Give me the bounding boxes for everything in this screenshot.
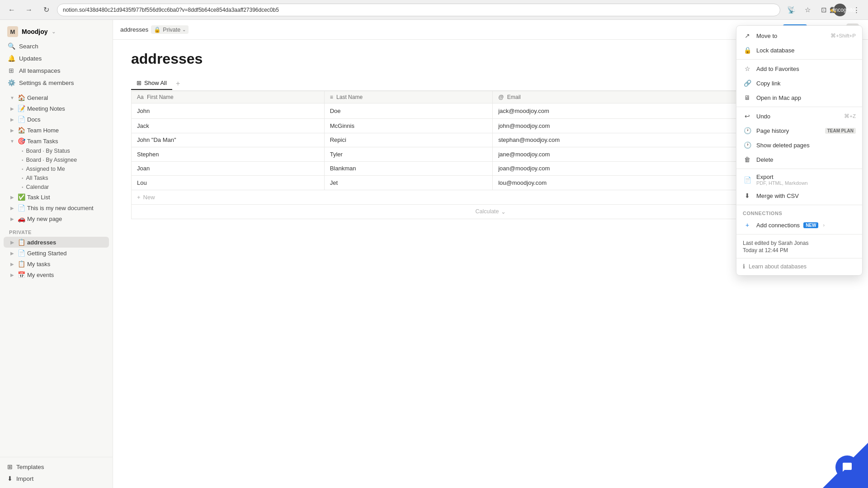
cell-email-1: john@moodjoy.com — [493, 119, 771, 133]
sidebar-item-team-tasks[interactable]: ▼ 🎯 Team Tasks — [4, 136, 109, 146]
export-icon: 📄 — [743, 175, 752, 184]
addresses-chevron: ▶ — [9, 239, 15, 245]
sidebar-item-settings[interactable]: ⚙️ Settings & members — [4, 77, 109, 89]
sidebar-sub-board-by-status[interactable]: Board · By Status — [4, 146, 109, 155]
sidebar-item-general[interactable]: ▼ 🏠 General — [4, 92, 109, 103]
sidebar-item-import[interactable]: ⬇ Import — [4, 473, 109, 484]
cell-email-2: stephan@moodjoy.com — [493, 133, 771, 147]
menu-export[interactable]: 📄 Export PDF, HTML, Markdown — [736, 171, 862, 188]
reload-button[interactable]: ↻ — [40, 4, 52, 16]
connections-header: Connections — [736, 207, 862, 218]
sidebar-top: M Moodjoy ⌄ 🔍 Search 🔔 Updates ⊞ All tea… — [0, 20, 113, 282]
cell-last-name-0: Doe — [324, 103, 493, 119]
sidebar-item-my-new-page[interactable]: ▶ 🚗 My new page — [4, 213, 109, 224]
sidebar-item-all-teamspaces[interactable]: ⊞ All teamspaces — [4, 65, 109, 76]
cell-first-name-2: John "Da Man" — [132, 133, 325, 147]
templates-icon: ⊞ — [7, 463, 13, 470]
page-history-label: Page history — [756, 127, 821, 134]
show-deleted-icon: 🕐 — [743, 141, 752, 150]
show-all-icon: ⊞ — [137, 80, 142, 86]
menu-lock-database[interactable]: 🔒 Lock database — [736, 43, 862, 57]
copy-link-icon: 🔗 — [743, 79, 752, 88]
workspace-header[interactable]: M Moodjoy ⌄ — [4, 23, 109, 40]
sidebar-item-search[interactable]: 🔍 Search — [4, 40, 109, 52]
support-widget[interactable] — [835, 455, 859, 479]
general-label: General — [27, 94, 48, 101]
menu-open-mac-app[interactable]: 🖥 Open in Mac app — [736, 90, 862, 105]
menu-undo[interactable]: ↩ Undo ⌘+Z — [736, 109, 862, 123]
sidebar-item-task-list[interactable]: ▶ ✅ Task List — [4, 192, 109, 202]
browser-bar: ← → ↻ notion.so/438d480c21d9435f977bf556… — [0, 0, 868, 20]
delete-icon: 🗑 — [743, 155, 752, 164]
sidebar: M Moodjoy ⌄ 🔍 Search 🔔 Updates ⊞ All tea… — [0, 20, 113, 488]
all-tasks-label: All Tasks — [26, 175, 48, 181]
view-tab-show-all[interactable]: ⊞ Show All — [131, 77, 172, 90]
settings-label: Settings & members — [19, 80, 74, 86]
menu-show-deleted-pages[interactable]: 🕐 Show deleted pages — [736, 138, 862, 152]
tab-icon[interactable]: ⊡ — [817, 4, 830, 16]
sidebar-sub-all-tasks[interactable]: All Tasks — [4, 174, 109, 183]
menu-divider-1 — [736, 59, 862, 60]
star-icon[interactable]: ☆ — [801, 4, 814, 16]
workspace-name: Moodjoy — [22, 28, 48, 35]
topbar-left: addresses 🔒 Private ⌄ — [120, 25, 189, 34]
show-deleted-label: Show deleted pages — [756, 142, 856, 149]
menu-copy-link[interactable]: 🔗 Copy link — [736, 76, 862, 90]
cell-first-name-0: John — [132, 103, 325, 119]
cell-email-0: jack@moodjoy.com — [493, 103, 771, 119]
sidebar-sub-board-by-assignee[interactable]: Board · By Assignee — [4, 155, 109, 164]
menu-delete[interactable]: 🗑 Delete — [736, 152, 862, 167]
sidebar-item-docs[interactable]: ▶ 📄 Docs — [4, 114, 109, 125]
meeting-notes-icon: 📝 — [17, 105, 25, 112]
board-by-status-label: Board · By Status — [26, 148, 70, 154]
footer-time: Today at 12:44 PM — [736, 247, 862, 256]
address-bar[interactable]: notion.so/438d480c21d9435f977bf556d9cc6b… — [57, 4, 780, 16]
sidebar-item-updates[interactable]: 🔔 Updates — [4, 52, 109, 64]
col-last-name: ≡ Last Name — [324, 91, 493, 103]
add-connections-label: Add connections — [756, 222, 800, 229]
sidebar-item-addresses[interactable]: ▶ 📋 addresses — [4, 237, 109, 248]
my-new-page-icon: 🚗 — [17, 215, 25, 222]
sidebar-sub-calendar[interactable]: Calendar — [4, 183, 109, 192]
copy-link-label: Copy link — [756, 80, 856, 87]
cell-last-name-1: McGinnis — [324, 119, 493, 133]
footer-edited: Last edited by Sarah Jonas — [736, 236, 862, 247]
sidebar-item-my-events[interactable]: ▶ 📅 My events — [4, 269, 109, 280]
sidebar-item-templates[interactable]: ⊞ Templates — [4, 461, 109, 473]
task-list-label: Task List — [27, 194, 50, 201]
forward-button[interactable]: → — [23, 4, 35, 16]
teamspaces-icon: ⊞ — [7, 67, 15, 74]
sidebar-item-new-document[interactable]: ▶ 📄 This is my new document — [4, 202, 109, 213]
sidebar-item-team-home[interactable]: ▶ 🏠 Team Home — [4, 125, 109, 136]
sidebar-item-my-tasks[interactable]: ▶ 📋 My tasks — [4, 258, 109, 269]
menu-icon[interactable]: ⋮ — [850, 4, 863, 16]
sidebar-sub-assigned-to-me[interactable]: Assigned to Me — [4, 164, 109, 174]
docs-icon: 📄 — [17, 116, 25, 123]
cell-email-5: lou@moodjoy.com — [493, 176, 771, 190]
new-doc-icon: 📄 — [17, 204, 25, 211]
cast-icon[interactable]: 📡 — [785, 4, 797, 16]
menu-move-to[interactable]: ↗ Move to ⌘+Shift+P — [736, 28, 862, 43]
search-label: Search — [19, 43, 38, 50]
back-button[interactable]: ← — [5, 4, 18, 16]
my-tasks-label: My tasks — [27, 261, 50, 267]
add-view-button[interactable]: + — [172, 78, 184, 89]
privacy-chevron: ⌄ — [182, 27, 186, 32]
sidebar-item-getting-started[interactable]: ▶ 📄 Getting Started — [4, 248, 109, 258]
move-to-shortcut: ⌘+Shift+P — [830, 33, 856, 39]
menu-add-connections[interactable]: + Add connections NEW › — [736, 218, 862, 232]
menu-add-to-favorites[interactable]: ☆ Add to Favorites — [736, 61, 862, 76]
new-row-plus: + — [137, 194, 141, 201]
lock-db-label: Lock database — [756, 47, 856, 54]
last-name-col-icon: ≡ — [330, 94, 333, 100]
delete-label: Delete — [756, 156, 856, 163]
menu-page-history[interactable]: 🕐 Page history TEAM PLAN — [736, 123, 862, 138]
meeting-notes-chevron: ▶ — [9, 105, 15, 112]
sidebar-item-meeting-notes[interactable]: ▶ 📝 Meeting Notes — [4, 103, 109, 114]
learn-about-databases[interactable]: ℹ Learn about databases — [736, 260, 862, 272]
undo-icon: ↩ — [743, 112, 752, 121]
topbar-privacy[interactable]: 🔒 Private ⌄ — [151, 25, 189, 34]
menu-divider-6 — [736, 258, 862, 258]
lock-icon: 🔒 — [154, 26, 161, 33]
menu-merge-with-csv[interactable]: ⬇ Merge with CSV — [736, 188, 862, 203]
